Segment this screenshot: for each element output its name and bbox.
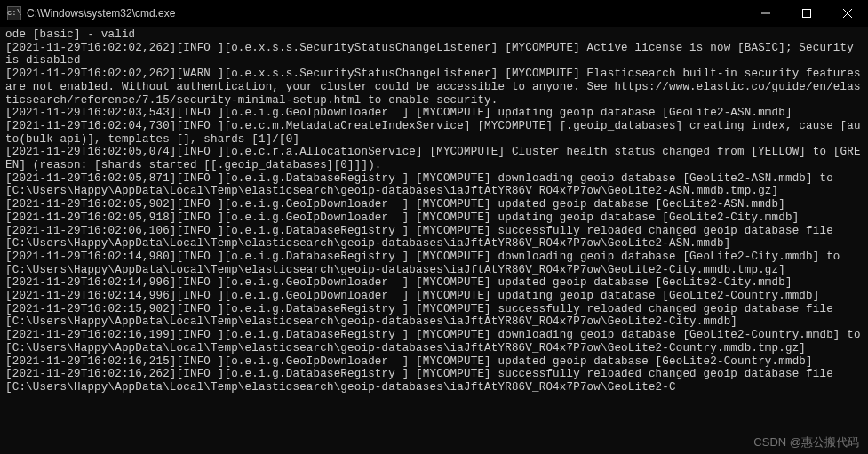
terminal-output[interactable]: ode [basic] - valid [2021-11-29T16:02:02… (0, 27, 868, 396)
window-title: C:\Windows\system32\cmd.exe (27, 7, 175, 20)
watermark: CSDN @惠公搬代码 (753, 434, 859, 450)
svg-rect-1 (803, 10, 811, 18)
window-controls (745, 0, 868, 27)
close-button[interactable] (827, 0, 868, 27)
title-bar[interactable]: c:\ C:\Windows\system32\cmd.exe (0, 0, 868, 27)
cmd-icon: c:\ (7, 6, 21, 20)
maximize-button[interactable] (786, 0, 827, 27)
minimize-button[interactable] (745, 0, 786, 27)
